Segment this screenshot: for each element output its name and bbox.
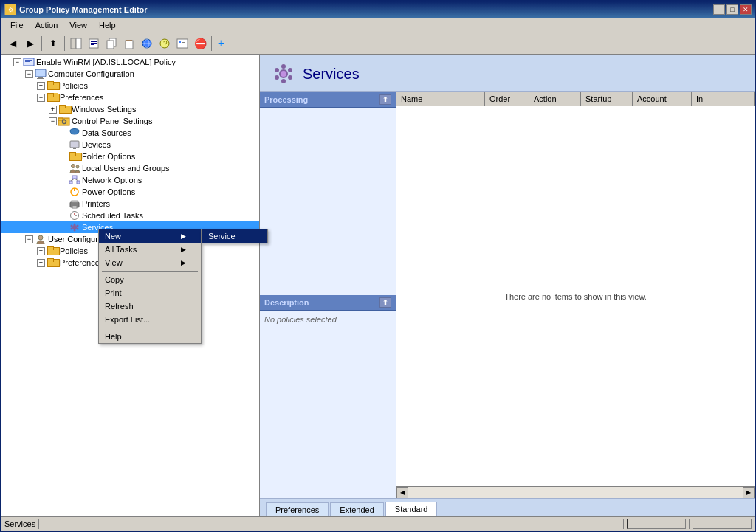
col-action[interactable]: Action xyxy=(529,92,581,106)
tree-item-printers[interactable]: Printers xyxy=(1,198,259,210)
tree-label-cp: Control Panel Settings xyxy=(72,117,152,125)
folder-prefs-icon xyxy=(47,92,58,103)
forward-button[interactable]: ▶ xyxy=(22,35,38,52)
ctx-item-print[interactable]: Print xyxy=(99,286,201,300)
properties-button[interactable] xyxy=(86,35,102,52)
toolbar-icon-2[interactable] xyxy=(174,35,190,52)
description-collapse-button[interactable]: ⬆ xyxy=(379,297,391,308)
tree-item-windows-settings[interactable]: + Windows Settings xyxy=(1,103,259,115)
tab-preferences[interactable]: Preferences xyxy=(266,502,329,516)
tree-toggle-cp[interactable]: − xyxy=(49,117,57,125)
globe-button[interactable] xyxy=(139,35,155,52)
tree-item-cp-settings[interactable]: − Control Panel Settings xyxy=(1,115,259,127)
tree-item-winrm-policy[interactable]: − Enable WinRM [AD.ISL.LOCAL] Policy xyxy=(1,56,259,68)
close-button[interactable]: ✕ xyxy=(740,4,752,15)
tree-item-data-sources[interactable]: Data Sources xyxy=(1,127,259,139)
up-button[interactable]: ⬆ xyxy=(45,35,61,52)
col-in[interactable]: In xyxy=(692,92,755,106)
svg-rect-9 xyxy=(126,41,133,49)
minimize-button[interactable]: – xyxy=(713,4,725,15)
copy-button[interactable] xyxy=(103,35,120,52)
paste-button[interactable] xyxy=(121,35,137,52)
ctx-item-view[interactable]: View ▶ xyxy=(99,256,201,269)
list-body: There are no items to show in this view. xyxy=(396,106,755,486)
tree-label-printers: Printers xyxy=(82,199,110,208)
toolbar-separator-3 xyxy=(211,36,212,51)
menu-file[interactable]: File xyxy=(4,19,30,31)
tree-label-folder-options: Folder Options xyxy=(82,152,135,161)
folder-cp-icon xyxy=(58,116,70,126)
tree-item-preferences-comp[interactable]: − Preferences xyxy=(1,91,259,103)
folder-options-icon xyxy=(69,151,80,162)
tree-toggle-policies-user[interactable]: + xyxy=(37,247,45,255)
ctx-item-all-tasks[interactable]: All Tasks ▶ xyxy=(99,243,201,256)
tree-item-local-users[interactable]: Local Users and Groups xyxy=(1,162,259,174)
tree-label-prefs-comp: Preferences xyxy=(60,93,103,102)
tree-item-network-options[interactable]: Network Options xyxy=(1,174,259,186)
tree-item-scheduled-tasks[interactable]: Scheduled Tasks xyxy=(1,210,259,221)
tree-label-local-users: Local Users and Groups xyxy=(82,164,170,173)
scroll-left-button[interactable]: ◀ xyxy=(396,487,408,499)
svg-rect-18 xyxy=(182,42,185,43)
toolbar-separator-2 xyxy=(64,36,65,51)
tree-toggle-win-settings[interactable]: + xyxy=(49,106,57,114)
devices-icon xyxy=(69,139,80,150)
col-account[interactable]: Account xyxy=(633,92,692,106)
ctx-item-export-list[interactable]: Export List... xyxy=(99,313,201,326)
tree-toggle-winrm[interactable]: − xyxy=(13,58,21,66)
show-hide-button[interactable] xyxy=(68,35,84,52)
list-panel: Name Order Action Startup Account In The… xyxy=(396,92,755,498)
menu-action[interactable]: Action xyxy=(30,19,64,31)
tree-toggle-computer[interactable]: − xyxy=(25,70,33,78)
svg-point-61 xyxy=(288,75,292,80)
scroll-right-button[interactable]: ▶ xyxy=(743,487,755,499)
tree-item-devices[interactable]: Devices xyxy=(1,139,259,151)
bottom-tabs: Preferences Extended Standard xyxy=(260,498,755,516)
tree-toggle-policies-comp[interactable]: + xyxy=(37,82,45,90)
svg-rect-15 xyxy=(177,39,188,48)
menu-help[interactable]: Help xyxy=(93,19,122,31)
tree-label-devices: Devices xyxy=(82,140,111,149)
tree-item-folder-options[interactable]: Folder Options xyxy=(1,151,259,162)
col-name[interactable]: Name xyxy=(396,92,485,106)
tree-label-policies-user: Policies xyxy=(60,246,88,255)
tree-toggle-prefs-comp[interactable]: − xyxy=(37,94,45,102)
add-button[interactable]: + xyxy=(215,37,227,50)
svg-point-53 xyxy=(77,228,79,230)
menu-view[interactable]: View xyxy=(63,19,93,31)
back-button[interactable]: ◀ xyxy=(4,35,21,52)
ctx-item-copy[interactable]: Copy xyxy=(99,273,201,286)
maximize-button[interactable]: □ xyxy=(726,4,738,15)
col-order[interactable]: Order xyxy=(485,92,529,106)
folder-win-settings-icon xyxy=(58,104,70,114)
svg-point-57 xyxy=(281,79,286,83)
toolbar: ◀ ▶ ⬆ ? ⛔ + xyxy=(1,32,755,55)
ctx-item-new[interactable]: New ▶ xyxy=(99,229,201,243)
ctx-arrow-view: ▶ xyxy=(181,259,186,266)
tree-item-computer-config[interactable]: − Computer Configuration xyxy=(1,68,259,80)
tab-extended[interactable]: Extended xyxy=(330,502,383,516)
ctx-item-refresh[interactable]: Refresh xyxy=(99,300,201,313)
tree-toggle-user[interactable]: − xyxy=(25,235,33,243)
stop-button[interactable]: ⛔ xyxy=(192,35,208,52)
tree-item-power-options[interactable]: Power Options xyxy=(1,186,259,198)
toolbar-separator-1 xyxy=(41,36,42,51)
tab-standard[interactable]: Standard xyxy=(385,502,438,516)
svg-rect-17 xyxy=(182,41,186,41)
col-startup[interactable]: Startup xyxy=(581,92,633,106)
svg-rect-42 xyxy=(72,201,78,202)
tree-toggle-prefs-user[interactable]: + xyxy=(37,259,45,267)
ctx-item-help[interactable]: Help xyxy=(99,330,201,343)
tree-item-policies-comp[interactable]: + Policies xyxy=(1,80,259,91)
submenu-item-service[interactable]: Service xyxy=(202,229,267,243)
tree-label-network-options: Network Options xyxy=(82,176,142,184)
svg-rect-30 xyxy=(70,141,79,148)
scroll-track[interactable] xyxy=(408,487,743,499)
horizontal-scrollbar[interactable]: ◀ ▶ xyxy=(396,486,755,498)
processing-collapse-button[interactable]: ⬆ xyxy=(379,94,391,105)
tree-label-computer: Computer Configuration xyxy=(48,69,134,78)
svg-point-58 xyxy=(275,68,279,72)
help-button[interactable]: ? xyxy=(157,35,173,52)
status-separator-2 xyxy=(623,519,624,529)
svg-point-50 xyxy=(71,225,73,227)
